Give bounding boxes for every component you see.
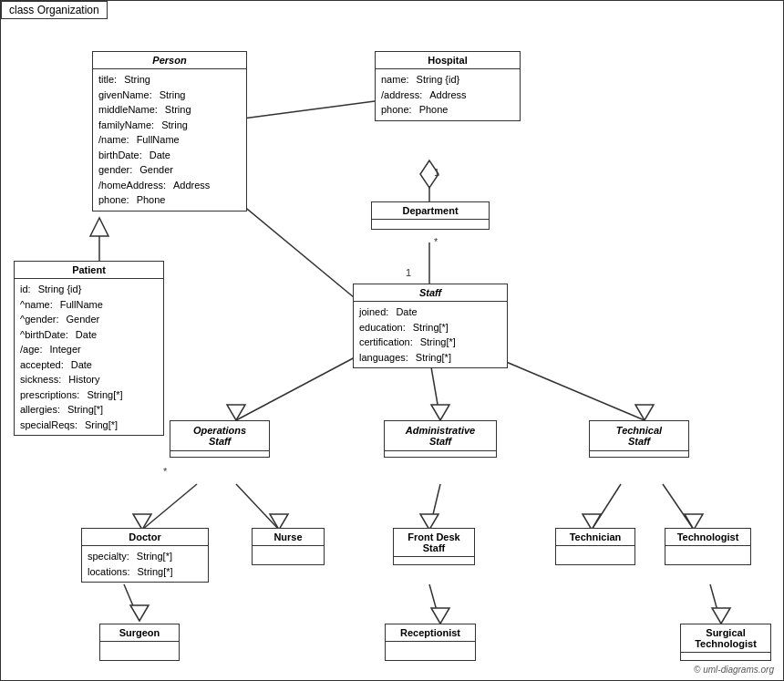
operations-staff-header: OperationsStaff (170, 421, 269, 451)
svg-marker-29 (712, 608, 730, 624)
svg-marker-11 (431, 405, 449, 420)
front-desk-header: Front DeskStaff (394, 529, 474, 557)
svg-marker-5 (90, 218, 108, 236)
receptionist-header: Receptionist (386, 624, 475, 642)
surgical-technologist-header: SurgicalTechnologist (681, 624, 770, 653)
doctor-header: Doctor (82, 529, 208, 546)
staff-body: joined:Date education:String[*] certific… (354, 302, 507, 367)
svg-text:1: 1 (406, 267, 411, 278)
patient-header: Patient (15, 262, 163, 279)
department-body (372, 220, 489, 229)
hospital-class: Hospital name:String {id} /address:Addre… (375, 51, 521, 121)
surgeon-class: Surgeon (99, 624, 180, 661)
svg-marker-9 (227, 405, 245, 420)
svg-line-22 (663, 484, 694, 530)
technical-staff-header: TechnicalStaff (590, 421, 688, 451)
svg-line-0 (236, 101, 375, 119)
person-header: Person (93, 52, 246, 69)
technologist-header: Technologist (665, 529, 750, 546)
svg-line-20 (592, 484, 621, 530)
surgical-technologist-class: SurgicalTechnologist (680, 624, 771, 661)
svg-text:1: 1 (434, 167, 439, 178)
svg-text:*: * (163, 466, 168, 477)
department-header: Department (372, 202, 489, 220)
patient-class: Patient id:String {id} ^name:FullName ^g… (14, 261, 164, 436)
svg-line-14 (142, 484, 197, 530)
department-class: Department (371, 201, 490, 230)
person-class: Person title:String givenName:String mid… (92, 51, 247, 212)
nurse-header: Nurse (253, 529, 324, 546)
svg-line-24 (124, 584, 139, 621)
front-desk-staff-class: Front DeskStaff (393, 528, 475, 565)
svg-line-18 (429, 484, 440, 530)
svg-marker-27 (431, 608, 449, 624)
administrative-staff-header: AdministrativeStaff (385, 421, 496, 451)
svg-text:*: * (434, 236, 438, 247)
technologist-class: Technologist (665, 528, 751, 565)
surgeon-header: Surgeon (100, 624, 179, 642)
diagram-container: class Organization (0, 0, 784, 681)
copyright: © uml-diagrams.org (694, 665, 774, 675)
svg-line-8 (236, 356, 356, 420)
doctor-class: Doctor specialty:String[*] locations:Str… (81, 528, 209, 583)
staff-class: Staff joined:Date education:String[*] ce… (353, 284, 508, 368)
svg-line-12 (493, 356, 645, 420)
administrative-staff-class: AdministrativeStaff (384, 420, 497, 458)
technician-class: Technician (555, 528, 635, 565)
receptionist-class: Receptionist (385, 624, 476, 661)
technical-staff-class: TechnicalStaff (589, 420, 689, 458)
svg-marker-2 (420, 160, 438, 188)
doctor-body: specialty:String[*] locations:String[*] (82, 546, 208, 582)
nurse-class: Nurse (252, 528, 325, 565)
svg-marker-25 (130, 605, 149, 621)
svg-line-26 (429, 584, 440, 624)
svg-marker-13 (635, 405, 654, 420)
svg-line-28 (710, 584, 721, 624)
technician-header: Technician (556, 529, 634, 546)
person-body: title:String givenName:String middleName… (93, 69, 246, 211)
hospital-body: name:String {id} /address:Address phone:… (376, 69, 520, 120)
diagram-title: class Organization (1, 1, 108, 19)
hospital-header: Hospital (376, 52, 520, 69)
staff-header: Staff (354, 284, 507, 302)
patient-body: id:String {id} ^name:FullName ^gender:Ge… (15, 279, 163, 435)
svg-line-16 (236, 484, 279, 530)
operations-staff-class: OperationsStaff (170, 420, 270, 458)
